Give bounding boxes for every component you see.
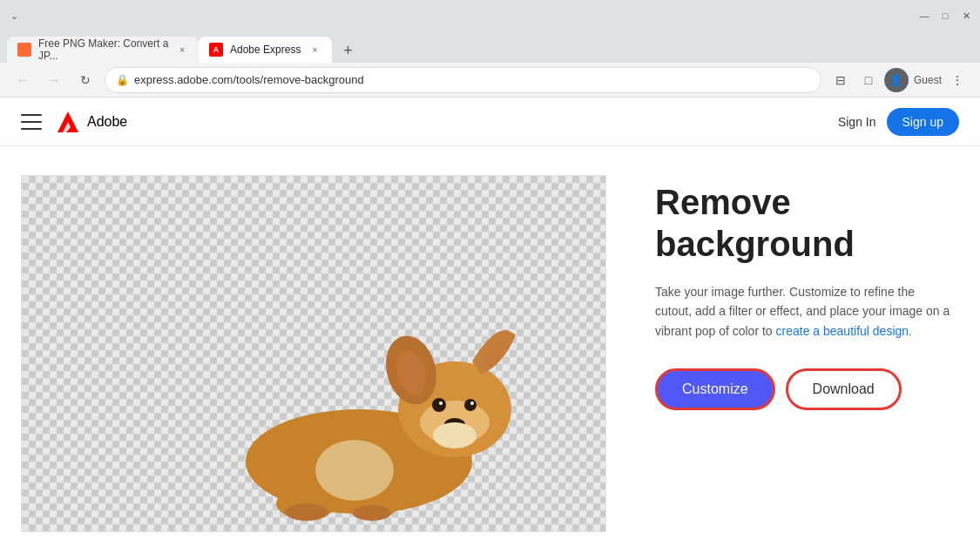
extensions-icon[interactable]: □ xyxy=(856,68,881,92)
adobe-icon xyxy=(56,110,80,134)
profile-button[interactable]: 👤 xyxy=(884,68,909,92)
download-button[interactable]: Download xyxy=(786,368,902,410)
tab-label-adobe: Adobe Express xyxy=(230,44,301,56)
tab-favicon-png xyxy=(17,43,31,57)
chevron-down-icon[interactable]: ⌄ xyxy=(7,9,21,23)
svg-point-10 xyxy=(470,401,474,405)
lock-icon: 🔒 xyxy=(116,74,129,86)
svg-point-15 xyxy=(353,505,391,521)
preview-container xyxy=(21,175,606,532)
back-button[interactable]: ← xyxy=(10,68,35,92)
description-link[interactable]: create a beautiful design. xyxy=(776,324,912,338)
tab-close-free-png[interactable]: × xyxy=(176,43,188,57)
forward-button[interactable]: → xyxy=(42,68,66,92)
tab-free-png[interactable]: Free PNG Maker: Convert a JP... × xyxy=(7,37,199,63)
browser-actions: ⊟ □ 👤 Guest ⋮ xyxy=(828,68,970,92)
url-text: express.adobe.com/tools/remove-backgroun… xyxy=(134,73,364,86)
sign-in-button[interactable]: Sign In xyxy=(828,108,887,136)
tabs-bar: Free PNG Maker: Convert a JP... × A Adob… xyxy=(0,31,980,63)
page-description: Take your image further. Customize to re… xyxy=(655,282,951,341)
tab-label-free-png: Free PNG Maker: Convert a JP... xyxy=(38,37,169,62)
hamburger-line-1 xyxy=(21,114,42,116)
reload-button[interactable]: ↻ xyxy=(73,68,98,92)
profile-label: Guest xyxy=(914,74,942,86)
customize-button[interactable]: Customize xyxy=(655,368,775,410)
main-content: Remove background Take your image furthe… xyxy=(0,146,980,560)
tab-close-adobe[interactable]: × xyxy=(308,43,321,57)
address-bar: ← → ↻ 🔒 express.adobe.com/tools/remove-b… xyxy=(0,63,980,98)
profile-icon: 👤 xyxy=(889,74,902,86)
cast-icon[interactable]: ⊟ xyxy=(828,68,853,92)
tab-adobe-express[interactable]: A Adobe Express × xyxy=(199,37,332,63)
maximize-button[interactable]: □ xyxy=(938,9,952,23)
minimize-button[interactable]: — xyxy=(917,9,931,23)
svg-point-16 xyxy=(315,440,394,501)
hamburger-line-3 xyxy=(21,128,42,130)
close-button[interactable]: ✕ xyxy=(959,9,973,23)
title-line1: Remove xyxy=(655,183,791,221)
action-buttons: Customize Download xyxy=(655,368,952,410)
title-bar: ⌄ — □ ✕ xyxy=(0,0,980,31)
right-panel: Remove background Take your image furthe… xyxy=(627,146,980,560)
svg-point-14 xyxy=(285,503,328,521)
dog-image xyxy=(220,270,533,531)
adobe-label: Adobe xyxy=(87,114,127,130)
new-tab-button[interactable]: + xyxy=(335,38,360,63)
adobe-express-header: Adobe Sign In Sign up xyxy=(0,98,980,146)
tab-favicon-adobe: A xyxy=(209,43,223,57)
title-line2: background xyxy=(655,225,855,263)
page-title: Remove background xyxy=(655,181,952,265)
url-bar[interactable]: 🔒 express.adobe.com/tools/remove-backgro… xyxy=(105,67,821,93)
svg-point-7 xyxy=(432,398,446,412)
svg-point-8 xyxy=(464,399,476,411)
svg-point-11 xyxy=(433,422,476,449)
browser-menu-button[interactable]: ⋮ xyxy=(945,68,970,92)
image-area xyxy=(0,146,627,560)
hamburger-menu-button[interactable] xyxy=(21,111,42,132)
sign-up-button[interactable]: Sign up xyxy=(887,108,959,136)
hamburger-line-2 xyxy=(21,121,42,123)
svg-point-9 xyxy=(439,401,443,405)
adobe-logo[interactable]: Adobe xyxy=(56,110,127,134)
